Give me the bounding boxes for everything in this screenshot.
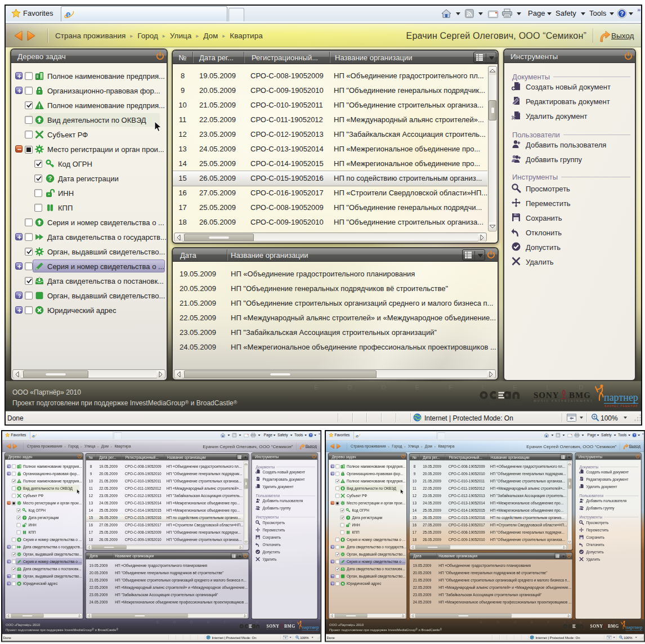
svg-text:?: ? [634,433,635,437]
svg-text:?: ? [347,516,349,520]
svg-text:?: ? [310,433,312,437]
svg-text:?: ? [620,10,624,17]
svg-text:?: ? [48,175,52,182]
svg-text:?: ? [24,516,25,520]
svg-text:ARTIST & BRAND: ARTIST & BRAND [245,629,262,630]
svg-text:?: ? [332,575,334,578]
svg-text:ARTIST & BRAND: ARTIST & BRAND [490,401,523,404]
svg-text:?: ? [18,293,21,299]
svg-text:?: ? [8,575,10,578]
svg-text:ARTIST & BRAND: ARTIST & BRAND [568,629,585,630]
